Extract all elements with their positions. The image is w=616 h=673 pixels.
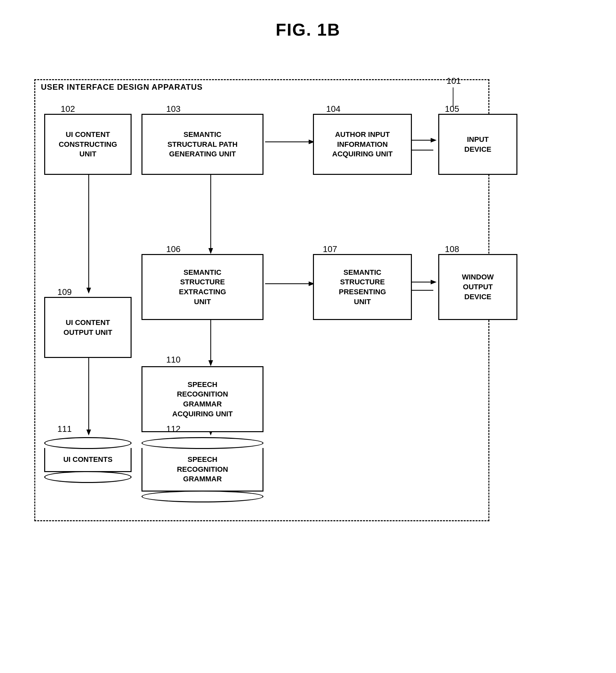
cylinder-bottom-111 bbox=[44, 471, 131, 483]
cylinder-top-112 bbox=[141, 437, 264, 449]
diagram-container: 101 USER INTERFACE DESIGN APPARATUS 102 … bbox=[28, 53, 588, 647]
cylinder-body-112: SPEECH RECOGNITION GRAMMAR bbox=[141, 448, 264, 491]
block-103: SEMANTIC STRUCTURAL PATH GENERATING UNIT bbox=[141, 114, 264, 175]
page-title: FIG. 1B bbox=[0, 20, 616, 40]
ref-105: 105 bbox=[445, 104, 459, 114]
ref-111: 111 bbox=[57, 424, 71, 434]
block-107: SEMANTIC STRUCTURE PRESENTING UNIT bbox=[313, 254, 412, 320]
block-110: SPEECH RECOGNITION GRAMMAR ACQUIRING UNI… bbox=[141, 366, 264, 432]
cylinder-top-111 bbox=[44, 437, 131, 449]
block-102: UI CONTENT CONSTRUCTING UNIT bbox=[44, 114, 131, 175]
ref-109: 109 bbox=[57, 287, 71, 297]
ref-112: 112 bbox=[166, 424, 181, 434]
block-109: UI CONTENT OUTPUT UNIT bbox=[44, 297, 131, 358]
block-108: WINDOW OUTPUT DEVICE bbox=[438, 254, 518, 320]
ref-107: 107 bbox=[323, 244, 337, 254]
block-104: AUTHOR INPUT INFORMATION ACQUIRING UNIT bbox=[313, 114, 412, 175]
block-105: INPUT DEVICE bbox=[438, 114, 518, 175]
cylinder-112: SPEECH RECOGNITION GRAMMAR bbox=[141, 437, 264, 502]
apparatus-label: USER INTERFACE DESIGN APPARATUS bbox=[41, 82, 203, 92]
ref-102: 102 bbox=[61, 104, 75, 114]
ref-103: 103 bbox=[166, 104, 181, 114]
cylinder-bottom-112 bbox=[141, 491, 264, 502]
cylinder-111: UI CONTENTS bbox=[44, 437, 131, 483]
ref-108: 108 bbox=[445, 244, 459, 254]
cylinder-body-111: UI CONTENTS bbox=[44, 448, 131, 472]
ref-106: 106 bbox=[166, 244, 181, 254]
ref-104: 104 bbox=[326, 104, 340, 114]
block-106: SEMANTIC STRUCTURE EXTRACTING UNIT bbox=[141, 254, 264, 320]
ref-110: 110 bbox=[166, 355, 181, 365]
